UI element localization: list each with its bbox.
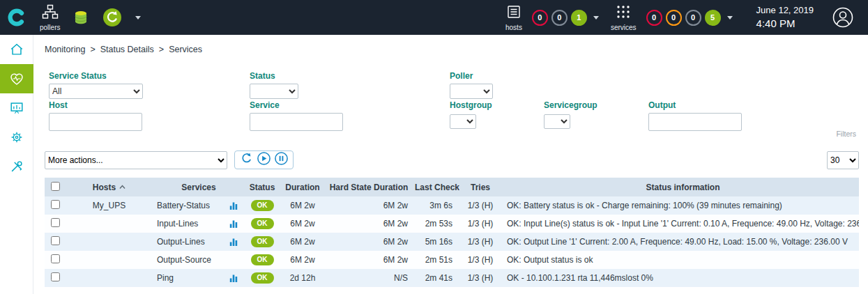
- duration-value: 6M 2w: [280, 215, 326, 233]
- row-checkbox[interactable]: [51, 254, 60, 263]
- hosts-status-badges: 0 0 1: [528, 10, 604, 26]
- sidebar-item-configuration[interactable]: [0, 123, 33, 152]
- sidebar-item-home[interactable]: [0, 35, 33, 64]
- pause-button[interactable]: [274, 151, 289, 169]
- row-checkbox[interactable]: [51, 272, 60, 281]
- services-chevron-down-icon[interactable]: [727, 16, 733, 20]
- hard-state-duration-value: 6M 2w: [326, 251, 415, 269]
- clock: June 12, 2019 4:40 PM: [756, 5, 814, 30]
- table-row[interactable]: Output-Lines OK 6M 2w 6M 2w 5m 16s 1/3 (…: [45, 233, 859, 251]
- play-button[interactable]: [257, 151, 271, 169]
- service-name[interactable]: Output-Lines: [157, 237, 205, 247]
- hard-state-duration-value: 6M 2w: [326, 233, 415, 251]
- services-table-body: My_UPS Battery-Status OK 6M 2w 6M 2w 3m …: [45, 196, 859, 287]
- current-time: 4:40 PM: [756, 17, 814, 31]
- poller-select[interactable]: [450, 84, 493, 99]
- services-menu[interactable]: services: [611, 4, 637, 31]
- column-header-hard-state-duration[interactable]: Hard State Duration: [326, 178, 415, 196]
- hosts-menu[interactable]: hosts: [505, 4, 522, 31]
- host-name[interactable]: My_UPS: [66, 196, 153, 215]
- poller-chevron-down-icon[interactable]: [135, 16, 141, 20]
- service-input[interactable]: [250, 113, 343, 131]
- topbar: pollers hosts 0 0 1: [0, 0, 868, 35]
- duration-value: 6M 2w: [280, 196, 326, 215]
- host-name[interactable]: [66, 215, 153, 233]
- status-badge: OK: [251, 218, 274, 229]
- host-name[interactable]: [66, 269, 153, 287]
- hosts-down-badge[interactable]: 0: [532, 10, 548, 26]
- column-header-duration[interactable]: Duration: [280, 178, 326, 196]
- last-check-value: 5m 16s: [415, 233, 459, 251]
- graph-icon[interactable]: [229, 238, 238, 247]
- breadcrumb-item-status-details[interactable]: Status Details: [100, 45, 154, 54]
- play-icon: [257, 151, 271, 166]
- graph-icon[interactable]: [229, 274, 238, 283]
- user-profile-button[interactable]: [832, 6, 854, 29]
- tries-value: 1/3 (H): [459, 251, 501, 269]
- poller-status-ok-icon[interactable]: [102, 7, 123, 28]
- table-row[interactable]: My_UPS Battery-Status OK 6M 2w 6M 2w 3m …: [45, 196, 859, 215]
- refresh-button[interactable]: [239, 151, 254, 169]
- column-header-tries[interactable]: Tries: [459, 178, 501, 196]
- hostgroup-select[interactable]: [450, 114, 476, 129]
- table-row[interactable]: Output-Source OK 6M 2w 6M 2w 2m 51s 1/3 …: [45, 251, 859, 269]
- more-actions-select[interactable]: More actions...: [45, 151, 227, 169]
- servicegroup-select[interactable]: [544, 114, 570, 129]
- hosts-unreachable-badge[interactable]: 0: [551, 10, 568, 26]
- host-name[interactable]: [66, 233, 153, 251]
- centreon-logo[interactable]: [0, 0, 33, 35]
- output-filter-label: Output: [648, 100, 742, 110]
- graph-icon[interactable]: [229, 219, 238, 229]
- refresh-icon: [239, 151, 254, 166]
- service-name[interactable]: Output-Source: [157, 255, 211, 265]
- services-table: Hosts Services Status Duration Hard Stat…: [45, 178, 859, 287]
- column-header-services[interactable]: Services: [153, 178, 245, 196]
- chart-board-icon: [9, 100, 24, 116]
- services-status-badges: 0 0 0 5: [643, 10, 738, 26]
- table-row[interactable]: Ping OK 2d 12h N/S 2m 41s 1/3 (H) OK - 1…: [45, 269, 859, 287]
- service-name[interactable]: Ping: [157, 273, 174, 283]
- column-header-hosts[interactable]: Hosts: [66, 178, 153, 196]
- services-icon: [616, 4, 631, 22]
- status-select[interactable]: [250, 84, 298, 99]
- graph-icon[interactable]: [229, 201, 238, 210]
- sidebar-item-administration[interactable]: [0, 152, 33, 181]
- duration-value: 2d 12h: [280, 269, 326, 287]
- sidebar-item-reporting[interactable]: [0, 93, 33, 123]
- status-information: OK - 10.100.1.231 rta 11,446mslost 0%: [501, 269, 859, 287]
- hosts-chevron-down-icon[interactable]: [593, 16, 599, 20]
- service-name[interactable]: Input-Lines: [157, 219, 198, 229]
- hard-state-duration-value: 6M 2w: [326, 196, 415, 215]
- row-checkbox[interactable]: [51, 218, 60, 227]
- host-name[interactable]: [66, 251, 153, 269]
- breadcrumb-separator: >: [90, 45, 95, 54]
- breadcrumb-item-monitoring[interactable]: Monitoring: [45, 45, 85, 54]
- service-name[interactable]: Battery-Status: [157, 201, 210, 210]
- row-checkbox[interactable]: [51, 236, 60, 245]
- page-size-select[interactable]: 30: [827, 151, 859, 169]
- output-input[interactable]: [648, 113, 742, 131]
- row-checkbox[interactable]: [51, 200, 60, 209]
- pollers-menu[interactable]: pollers: [40, 4, 60, 31]
- tries-value: 1/3 (H): [459, 196, 501, 215]
- services-critical-badge[interactable]: 0: [646, 10, 662, 26]
- user-profile-icon: [832, 6, 854, 29]
- select-all-checkbox[interactable]: [51, 182, 60, 191]
- hard-state-duration-value: N/S: [326, 269, 415, 287]
- tools-icon: [9, 159, 24, 174]
- last-check-value: 3m 6s: [415, 196, 459, 215]
- sidebar-item-monitoring[interactable]: [0, 64, 33, 93]
- services-unknown-badge[interactable]: 0: [685, 10, 701, 26]
- filters-caption[interactable]: Filters: [836, 130, 856, 138]
- table-row[interactable]: Input-Lines OK 6M 2w 6M 2w 2m 53s 1/3 (H…: [45, 215, 859, 233]
- service-status-select[interactable]: All: [49, 84, 143, 99]
- services-ok-badge[interactable]: 5: [705, 10, 721, 26]
- services-warning-badge[interactable]: 0: [666, 10, 682, 26]
- column-header-last-check[interactable]: Last Check: [415, 178, 459, 196]
- refresh-controls: [234, 150, 294, 169]
- hosts-up-badge[interactable]: 1: [571, 10, 587, 26]
- breadcrumb-item-services[interactable]: Services: [169, 45, 202, 54]
- host-input[interactable]: [49, 113, 142, 131]
- column-header-status[interactable]: Status: [245, 178, 280, 196]
- column-header-status-information[interactable]: Status information: [501, 178, 859, 196]
